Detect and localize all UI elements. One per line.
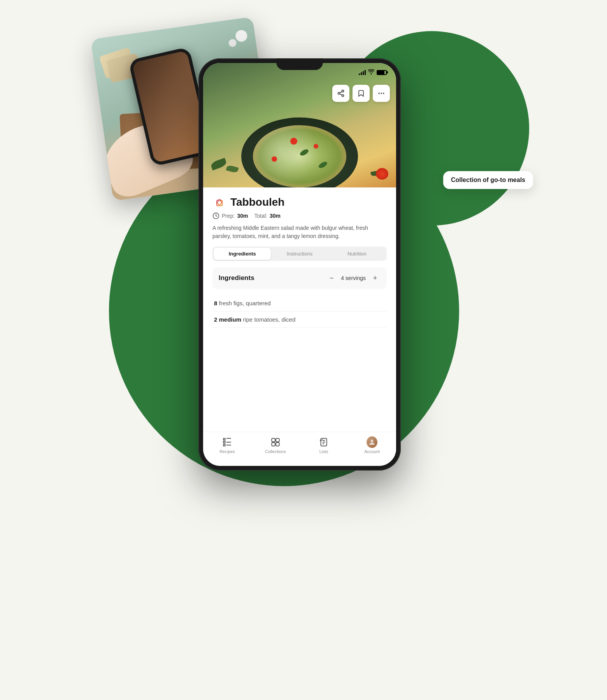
bottom-nav: Recipes Collections: [203, 432, 396, 466]
hero-actions: [332, 85, 390, 102]
tomato-1: [290, 138, 297, 145]
servings-count: 4 servings: [341, 275, 366, 281]
ingredients-header: Ingredients − 4 servings +: [212, 267, 387, 289]
tomato-whole: [376, 168, 388, 180]
servings-control: − 4 servings +: [326, 273, 381, 284]
svg-rect-14: [276, 443, 279, 446]
recipe-title: Tabbouleh: [230, 196, 284, 208]
recipe-title-row: Tabbouleh: [212, 195, 387, 209]
prep-value: 30m: [237, 213, 248, 219]
ingredient-desc-2: ripe tomatoes, diced: [243, 316, 295, 323]
total-label: Total:: [254, 213, 267, 219]
account-avatar: [367, 436, 377, 448]
svg-rect-12: [276, 438, 279, 442]
share-button[interactable]: [332, 85, 349, 102]
total-value: 30m: [270, 213, 281, 219]
meta-total: Total: 30m: [254, 213, 281, 219]
tabbouleh-bowl: [241, 117, 358, 187]
scene: Tabbouleh Prep: 30m Total: 30m: [89, 19, 518, 681]
bookmark-icon: [357, 89, 365, 97]
camera-icon: [212, 195, 226, 209]
share-icon: [337, 89, 345, 97]
tab-ingredients[interactable]: Ingredients: [214, 248, 271, 260]
herb-left-2: [226, 164, 239, 173]
main-phone: Tabbouleh Prep: 30m Total: 30m: [198, 58, 401, 471]
ingredients-title: Ingredients: [219, 274, 254, 282]
ingredient-amount-2: 2: [214, 316, 217, 323]
nav-recipes-label: Recipes: [219, 449, 235, 454]
svg-rect-11: [272, 438, 275, 442]
battery-icon: [377, 70, 387, 75]
tabbouleh-content: [253, 125, 346, 187]
nav-account-label: Account: [364, 449, 380, 454]
signal-bar-1: [359, 74, 360, 75]
decrease-servings-button[interactable]: −: [326, 273, 337, 284]
ingredient-item: 8 fresh figs, quartered: [212, 295, 387, 312]
nav-account[interactable]: Account: [358, 437, 386, 454]
nav-collections-label: Collections: [265, 449, 286, 454]
svg-point-9: [218, 201, 221, 205]
hero-bg: [203, 63, 396, 187]
notch: [276, 58, 323, 70]
svg-point-5: [379, 93, 380, 94]
ingredient-desc-1: fresh figs, quartered: [219, 300, 271, 306]
prep-label: Prep:: [222, 213, 235, 219]
recipe-content: Tabbouleh Prep: 30m Total: 30m: [203, 187, 396, 432]
ingredient-amount-1: 8: [214, 300, 217, 306]
bookmark-button[interactable]: [353, 85, 370, 102]
signal-bars: [359, 70, 366, 75]
wifi-icon: [368, 69, 374, 76]
svg-line-4: [340, 91, 342, 93]
ingredient-item-2: 2 medium ripe tomatoes, diced: [212, 312, 387, 328]
nav-collections[interactable]: Collections: [262, 437, 289, 454]
svg-point-2: [342, 94, 344, 96]
svg-point-0: [342, 90, 344, 92]
recipe-description: A refreshing Middle Eastern salad made w…: [212, 224, 387, 240]
tooltip-text: Collection of go-to meals: [451, 177, 525, 183]
status-icons: [359, 69, 387, 76]
svg-line-3: [340, 94, 342, 95]
tomato-2: [272, 156, 277, 162]
svg-point-6: [381, 93, 382, 94]
herb-left: [210, 158, 227, 170]
more-icon: [377, 89, 385, 97]
svg-rect-8: [213, 196, 226, 208]
tab-instructions[interactable]: Instructions: [271, 248, 328, 260]
signal-bar-4: [365, 70, 366, 75]
phone-screen: Tabbouleh Prep: 30m Total: 30m: [203, 63, 396, 466]
svg-point-7: [383, 93, 384, 94]
svg-point-1: [338, 93, 340, 94]
tomato-3: [314, 144, 318, 149]
nav-lists-label: Lists: [319, 449, 328, 454]
lists-icon: [318, 437, 329, 448]
clock-icon: [212, 212, 219, 219]
battery-fill: [377, 71, 384, 74]
signal-bar-2: [361, 72, 362, 75]
svg-point-16: [371, 439, 374, 442]
svg-rect-13: [272, 443, 275, 446]
collections-icon: [270, 437, 281, 448]
meta-prep: Prep: 30m: [212, 212, 248, 219]
recipe-meta: Prep: 30m Total: 30m: [212, 212, 387, 219]
more-button[interactable]: [373, 85, 390, 102]
nav-recipes[interactable]: Recipes: [214, 437, 241, 454]
tooltip: Collection of go-to meals: [443, 171, 533, 189]
ingredient-unit-2: medium: [219, 316, 242, 323]
tab-nutrition[interactable]: Nutrition: [328, 248, 386, 260]
recipes-icon: [222, 437, 233, 448]
nav-lists[interactable]: Lists: [310, 437, 337, 454]
grain-highlight: [253, 125, 346, 187]
recipe-tabs: Ingredients Instructions Nutrition: [212, 247, 387, 261]
account-icon: [367, 437, 377, 448]
increase-servings-button[interactable]: +: [370, 273, 381, 284]
signal-bar-3: [363, 71, 364, 75]
hero-image: [203, 63, 396, 187]
